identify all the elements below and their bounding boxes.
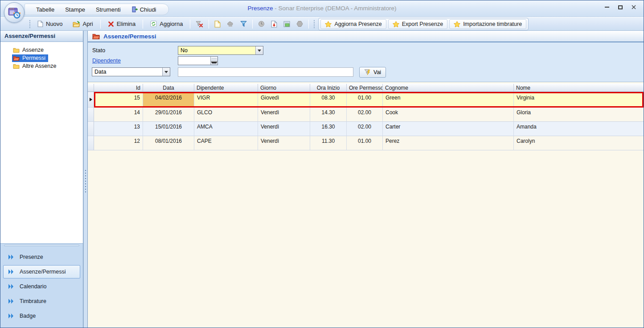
table-cell[interactable]: Carolyn <box>514 136 644 150</box>
column-header-nome[interactable]: Nome <box>514 84 644 91</box>
table-cell[interactable]: GLCO <box>194 108 258 122</box>
row-selector[interactable] <box>88 122 94 136</box>
importazione-timbrature-button[interactable]: Importazione timbrature <box>449 19 526 29</box>
nuovo-button[interactable]: Nuovo <box>33 18 67 29</box>
tree-item-altre-assenze[interactable]: Altre Assenze <box>12 62 59 70</box>
table-cell[interactable]: 16.30 <box>310 122 347 136</box>
table-cell[interactable]: 02.00 <box>347 108 383 122</box>
menu-chiudi[interactable]: Chiudi <box>127 5 161 14</box>
nav-item-presenze[interactable]: Presenze <box>3 250 80 264</box>
row-selector[interactable] <box>88 92 94 108</box>
spin-down-icon[interactable] <box>211 61 217 65</box>
clock-icon <box>258 21 265 27</box>
table-row[interactable]: 14 29/01/2016 GLCO Venerdì 14.30 02.00 C… <box>88 108 644 122</box>
export-document-button[interactable] <box>268 18 280 30</box>
row-selector[interactable] <box>88 136 94 150</box>
current-row-marker-icon <box>90 98 92 101</box>
column-header-ore-permesso[interactable]: Ore Permesso <box>347 84 383 91</box>
table-cell[interactable]: CAPE <box>194 136 258 150</box>
table-cell[interactable]: 14 <box>94 108 143 122</box>
nav-item-assenze-permessi[interactable]: Assenze/Permessi <box>3 265 80 278</box>
table-cell[interactable]: Gloria <box>514 108 644 122</box>
maximize-button[interactable] <box>617 4 624 10</box>
table-cell[interactable]: Green <box>383 92 514 108</box>
column-header-giorno[interactable]: Giorno <box>258 84 310 91</box>
nav-item-calendario[interactable]: Calendario <box>3 280 80 293</box>
minimize-button[interactable] <box>603 4 611 10</box>
table-cell[interactable]: Cook <box>383 108 514 122</box>
aggiorna-presenze-button[interactable]: Aggiorna Presenze <box>320 19 386 29</box>
nav-item-badge[interactable]: Badge <box>3 309 80 323</box>
elimina-button[interactable]: Elimina <box>103 18 140 29</box>
table-cell[interactable]: 08/01/2016 <box>143 136 194 150</box>
table-cell[interactable]: Venerdì <box>258 108 310 122</box>
spin-up-icon[interactable] <box>211 57 217 61</box>
dropdown-arrow-icon[interactable] <box>255 46 263 54</box>
window-body: Assenze/Permessi Assenze Permessi <box>0 31 644 328</box>
table-cell[interactable]: AMCA <box>194 122 258 136</box>
vai-button[interactable]: Vai <box>359 67 386 78</box>
table-cell[interactable]: Carter <box>383 122 514 136</box>
app-menu-button[interactable] <box>4 2 25 23</box>
close-button[interactable] <box>630 4 637 10</box>
stato-select[interactable]: No <box>178 46 263 55</box>
dipendente-spinner[interactable] <box>178 56 218 65</box>
document-button[interactable] <box>212 18 223 30</box>
nav-item-timbrature[interactable]: Timbrature <box>3 295 80 308</box>
table-cell-date-highlight[interactable]: 04/02/2016 <box>143 92 194 108</box>
aggiorna-button[interactable]: Aggiorna <box>146 18 187 29</box>
table-row[interactable]: 13 15/01/2016 AMCA Venerdì 16.30 02.00 C… <box>88 122 644 136</box>
clock-button-disabled <box>255 18 267 29</box>
tree-item-permessi[interactable]: Permessi <box>12 54 48 62</box>
table-row[interactable]: 15 04/02/2016 VIGR Giovedì 08.30 01.00 G… <box>88 92 644 108</box>
table-cell[interactable]: 12 <box>94 136 143 150</box>
table-cell[interactable]: 29/01/2016 <box>143 108 194 122</box>
table-cell[interactable]: 13 <box>94 122 143 136</box>
table-row[interactable]: 12 08/01/2016 CAPE Venerdì 11.30 01.00 P… <box>88 136 644 150</box>
dipendente-input[interactable] <box>178 57 210 65</box>
column-header-id[interactable]: Id <box>94 84 143 91</box>
menu-stampe[interactable]: Stampe <box>60 5 90 14</box>
filter-button[interactable] <box>238 18 250 29</box>
menu-tabelle[interactable]: Tabelle <box>31 5 59 14</box>
column-header-dipendente[interactable]: Dipendente <box>194 84 258 91</box>
table-cell[interactable]: Venerdì <box>258 122 310 136</box>
table-cell[interactable]: Amanda <box>514 122 644 136</box>
clear-filter-button[interactable] <box>193 18 206 30</box>
search-input[interactable] <box>178 67 353 77</box>
row-selector[interactable] <box>88 108 94 122</box>
table-cell[interactable]: Venerdì <box>258 136 310 150</box>
horizontal-splitter[interactable] <box>0 243 83 247</box>
table-cell[interactable]: Giovedì <box>258 92 310 108</box>
table-cell[interactable]: 15 <box>94 92 143 108</box>
search-field-select[interactable]: Data <box>92 67 170 76</box>
table-cell[interactable]: 14.30 <box>310 108 347 122</box>
vertical-splitter[interactable] <box>83 31 88 328</box>
table-cell[interactable]: 01.00 <box>347 92 383 108</box>
column-header-ora-inizio[interactable]: Ora Inizio <box>310 84 347 91</box>
table-cell[interactable]: 15/01/2016 <box>143 122 194 136</box>
toolbar-grip[interactable] <box>29 20 31 28</box>
open-folder-red-icon <box>13 55 20 61</box>
tree-item-assenze[interactable]: Assenze <box>12 46 46 54</box>
column-header-data[interactable]: Data <box>143 84 194 91</box>
table-cell[interactable]: 08.30 <box>310 92 347 108</box>
column-header-cognome[interactable]: Cognome <box>383 84 514 91</box>
panel-view-button[interactable] <box>281 19 293 29</box>
toolbar-separator <box>209 20 209 29</box>
table-cell[interactable]: 02.00 <box>347 122 383 136</box>
table-cell[interactable]: Virginia <box>514 92 644 108</box>
selector-column-header[interactable] <box>88 84 94 91</box>
apri-button[interactable]: Apri <box>68 18 98 29</box>
table-cell[interactable]: Perez <box>383 136 514 150</box>
double-chevron-icon <box>8 284 14 289</box>
module-nav: Presenze Assenze/Permessi Calendario Tim… <box>0 247 83 328</box>
table-cell[interactable]: 11.30 <box>310 136 347 150</box>
menu-strumenti[interactable]: Strumenti <box>91 5 126 14</box>
toolbar-grip[interactable] <box>313 20 315 28</box>
table-cell[interactable]: 01.00 <box>347 136 383 150</box>
dipendente-link[interactable]: Dipendente <box>92 58 121 64</box>
export-presenze-button[interactable]: Export Presenze <box>388 19 447 29</box>
table-cell[interactable]: VIGR <box>194 92 258 108</box>
dropdown-arrow-icon[interactable] <box>162 68 170 76</box>
